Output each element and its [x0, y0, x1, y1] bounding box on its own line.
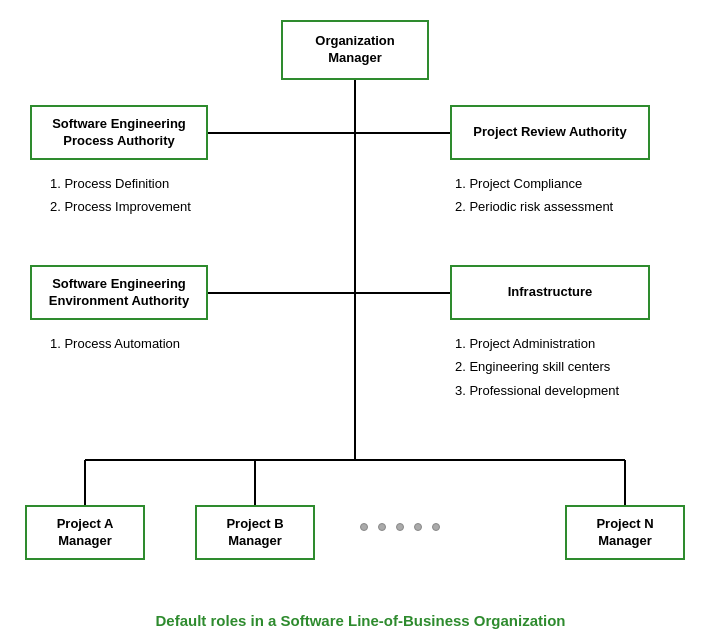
- dot-4: [414, 523, 422, 531]
- dot-3: [396, 523, 404, 531]
- proj-a-label: Project A Manager: [57, 516, 114, 550]
- infra-item-2: 2. Engineering skill centers: [455, 355, 619, 378]
- diagram-caption: Default roles in a Software Line-of-Busi…: [0, 612, 721, 629]
- dot-5: [432, 523, 440, 531]
- proj-a-box: Project A Manager: [25, 505, 145, 560]
- pra-item-1: 1. Project Compliance: [455, 172, 613, 195]
- pra-list: 1. Project Compliance 2. Periodic risk a…: [455, 172, 613, 219]
- sepa-list: 1. Process Definition 2. Process Improve…: [50, 172, 191, 219]
- proj-n-label: Project N Manager: [596, 516, 653, 550]
- seea-box: Software Engineering Environment Authori…: [30, 265, 208, 320]
- diagram-container: Organization Manager Software Engineerin…: [0, 0, 721, 641]
- infra-item-3: 3. Professional development: [455, 379, 619, 402]
- sepa-item-2: 2. Process Improvement: [50, 195, 191, 218]
- proj-b-box: Project B Manager: [195, 505, 315, 560]
- dot-2: [378, 523, 386, 531]
- seea-label: Software Engineering Environment Authori…: [49, 276, 189, 310]
- seea-item-1: 1. Process Automation: [50, 332, 180, 355]
- seea-list: 1. Process Automation: [50, 332, 180, 355]
- proj-b-label: Project B Manager: [226, 516, 283, 550]
- pra-label: Project Review Authority: [473, 124, 626, 141]
- ellipsis-dots: [360, 523, 440, 531]
- pra-item-2: 2. Periodic risk assessment: [455, 195, 613, 218]
- sepa-label: Software Engineering Process Authority: [52, 116, 186, 150]
- infra-box: Infrastructure: [450, 265, 650, 320]
- proj-n-box: Project N Manager: [565, 505, 685, 560]
- infra-list: 1. Project Administration 2. Engineering…: [455, 332, 619, 402]
- dot-1: [360, 523, 368, 531]
- pra-box: Project Review Authority: [450, 105, 650, 160]
- org-manager-label: Organization Manager: [315, 33, 394, 67]
- infra-label: Infrastructure: [508, 284, 593, 301]
- sepa-box: Software Engineering Process Authority: [30, 105, 208, 160]
- org-manager-box: Organization Manager: [281, 20, 429, 80]
- infra-item-1: 1. Project Administration: [455, 332, 619, 355]
- sepa-item-1: 1. Process Definition: [50, 172, 191, 195]
